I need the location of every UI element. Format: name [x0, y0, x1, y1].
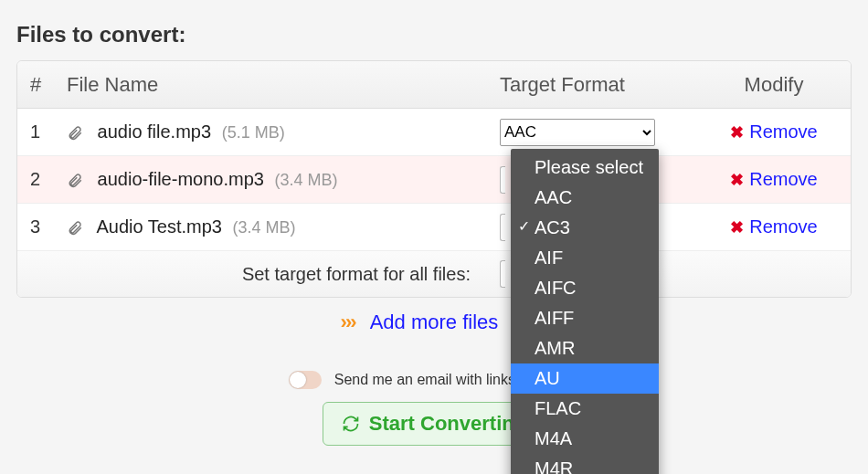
attachment-icon — [67, 125, 83, 142]
remove-icon: ✖ — [730, 217, 744, 237]
row-number: 1 — [30, 121, 67, 142]
file-name: audio-file-mono.mp3 — [98, 169, 264, 189]
dropdown-option[interactable]: AIFF — [511, 303, 659, 333]
col-header-modify: Modify — [710, 73, 838, 97]
table-row: 1 audio file.mp3 (5.1 MB) AAC ✖ Remove — [17, 109, 851, 156]
set-all-row: Set target format for all files: — [17, 251, 851, 297]
format-dropdown-menu: Please select AAC AC3 AIF AIFC AIFF AMR … — [511, 149, 659, 474]
col-header-format: Target Format — [500, 73, 710, 97]
table-row: 2 audio-file-mono.mp3 (3.4 MB) ✖ Remove — [17, 156, 851, 204]
dropdown-option[interactable]: AU — [511, 363, 659, 394]
dropdown-option[interactable]: AIF — [511, 243, 659, 273]
select-stub — [500, 260, 505, 288]
table-header: # File Name Target Format Modify — [17, 61, 851, 109]
target-format-select[interactable]: AAC — [500, 119, 655, 146]
page-heading: Files to convert: — [16, 22, 852, 47]
set-all-label: Set target format for all files: — [30, 264, 500, 285]
file-cell: audio-file-mono.mp3 (3.4 MB) — [67, 169, 500, 190]
remove-label: Remove — [749, 169, 817, 190]
attachment-icon — [67, 173, 83, 189]
row-number: 2 — [30, 169, 67, 190]
dropdown-option[interactable]: AIFC — [511, 273, 659, 303]
file-name: Audio Test.mp3 — [96, 216, 222, 237]
file-size: (3.4 MB) — [233, 218, 296, 237]
remove-icon: ✖ — [730, 170, 744, 190]
add-more-files-link[interactable]: Add more files — [370, 311, 499, 333]
file-cell: audio file.mp3 (5.1 MB) — [67, 121, 500, 142]
col-header-name: File Name — [67, 73, 500, 97]
remove-button[interactable]: ✖ Remove — [730, 216, 817, 237]
table-row: 3 Audio Test.mp3 (3.4 MB) ✖ Remove — [17, 204, 851, 251]
dropdown-option[interactable]: M4R — [511, 454, 659, 474]
row-number: 3 — [30, 216, 67, 237]
select-stub — [500, 166, 505, 194]
remove-icon: ✖ — [730, 122, 744, 142]
attachment-icon — [67, 220, 83, 237]
select-stub — [500, 214, 505, 241]
files-table: # File Name Target Format Modify 1 audio… — [16, 60, 852, 298]
toggle-knob — [290, 372, 306, 388]
file-size: (3.4 MB) — [274, 171, 337, 189]
email-toggle[interactable] — [289, 371, 322, 389]
remove-label: Remove — [749, 216, 817, 237]
file-size: (5.1 MB) — [222, 123, 285, 142]
email-row: Send me an email with links to conver — [16, 371, 852, 389]
add-more-row: ››› Add more files ‹‹‹ — [16, 311, 852, 334]
dropdown-placeholder[interactable]: Please select — [511, 153, 659, 183]
chevron-right-icon: ››› — [341, 311, 355, 333]
remove-button[interactable]: ✖ Remove — [730, 121, 817, 142]
dropdown-option[interactable]: FLAC — [511, 394, 659, 424]
remove-button[interactable]: ✖ Remove — [730, 169, 817, 190]
remove-label: Remove — [749, 121, 817, 142]
start-label: Start Converting — [369, 412, 526, 436]
file-name: audio file.mp3 — [98, 121, 212, 142]
dropdown-option[interactable]: AMR — [511, 333, 659, 363]
file-cell: Audio Test.mp3 (3.4 MB) — [67, 216, 500, 237]
dropdown-option[interactable]: AAC — [511, 183, 659, 213]
col-header-number: # — [30, 73, 67, 97]
dropdown-option[interactable]: M4A — [511, 424, 659, 454]
refresh-icon — [342, 415, 360, 433]
dropdown-option[interactable]: AC3 — [511, 213, 659, 243]
